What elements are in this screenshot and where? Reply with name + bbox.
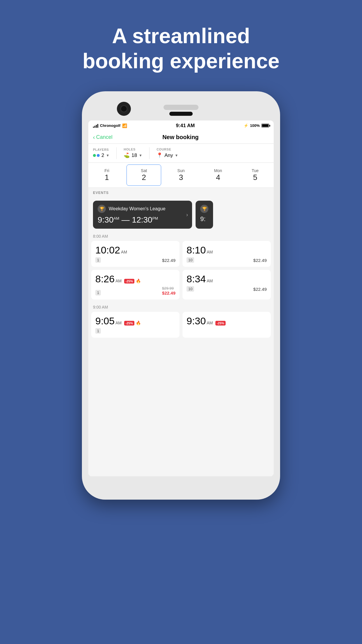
event-start-0: 9:30AM — 12:30PM xyxy=(98,215,158,224)
date-selector: Fri 1 Sat 2 Sun 3 Mon 4 Tue 5 xyxy=(88,163,274,188)
date-day-3: Mon xyxy=(214,168,222,173)
holes-dropdown-icon: ▼ xyxy=(139,153,142,158)
tee-card-4[interactable]: 9:05AM -25% 🔥 1 xyxy=(91,312,180,338)
trophy-icon-0: 🏆 xyxy=(98,205,106,213)
date-sat[interactable]: Sat 2 xyxy=(126,164,161,186)
event-time-range-0: 9:30AM — 12:30PM xyxy=(98,215,187,225)
tee-card-bottom-0: 1 $22.49 xyxy=(95,257,175,263)
holes-label: HOLES xyxy=(124,148,142,151)
date-day-4: Tue xyxy=(252,168,259,173)
tee-time-display-3: 8:34AM xyxy=(187,274,267,284)
date-mon[interactable]: Mon 4 xyxy=(201,164,236,186)
nav-bar: ‹ Cancel New booking xyxy=(88,131,274,144)
tee-times-container: 8:00 AM 10:02AM 1 $22.49 xyxy=(88,232,274,476)
tee-time-display-0: 10:02AM xyxy=(95,245,175,255)
cancel-button[interactable]: ‹ Cancel xyxy=(93,134,113,141)
page-title: New booking xyxy=(113,134,249,141)
status-right: ⚡ 100% xyxy=(244,123,269,128)
tee-card-bottom-3: 10 $22.49 xyxy=(187,286,267,292)
tee-price-group-2: $29.99 $22.49 xyxy=(162,286,175,295)
tee-card-5[interactable]: 9:30AM -25% xyxy=(182,312,271,338)
filter-divider-2 xyxy=(149,147,150,159)
signal-bar-1 xyxy=(93,127,94,128)
tee-spots-4: 1 xyxy=(95,328,101,334)
date-num-0: 1 xyxy=(105,173,109,182)
course-name: Any xyxy=(164,153,173,158)
date-day-0: Fri xyxy=(104,168,109,173)
tee-card-bottom-4: 1 xyxy=(95,328,175,334)
holes-value-row: ⛳ 18 ▼ xyxy=(124,152,142,158)
discount-badge-2: -25% xyxy=(124,279,135,284)
event-card-0[interactable]: 🏆 Weekday Women's League 9:30AM — 12:30P… xyxy=(93,201,192,229)
time-group-header-1: 9:00 AM xyxy=(88,302,274,312)
players-dots xyxy=(93,154,100,157)
discount-badge-4: -25% xyxy=(124,321,135,326)
tee-card-1[interactable]: 8:10AM 10 $22.49 xyxy=(182,241,271,267)
original-price-2: $29.99 xyxy=(162,286,175,290)
cancel-label: Cancel xyxy=(96,134,113,140)
tee-time-big-5: 9:30 xyxy=(187,315,206,326)
tee-card-3[interactable]: 8:34AM 10 $22.49 xyxy=(182,270,271,300)
players-filter[interactable]: PLAYERS 2 ▼ xyxy=(93,148,109,158)
players-value-row: 2 ▼ xyxy=(93,153,109,158)
course-value-row: 📍 Any ▼ xyxy=(157,152,178,158)
event-card-1[interactable]: 🏆 9: xyxy=(196,201,213,229)
tee-ampm-5: AM xyxy=(207,321,213,325)
tee-time-big-1: 8:10 xyxy=(187,244,206,256)
date-sun[interactable]: Sun 3 xyxy=(164,164,198,186)
event-title-row-0: 🏆 Weekday Women's League xyxy=(98,205,187,213)
tee-card-2[interactable]: 8:26AM -25% 🔥 1 $29.99 $22.49 xyxy=(91,270,180,300)
fire-icon-4: 🔥 xyxy=(136,321,141,325)
players-label: PLAYERS xyxy=(93,148,109,151)
discount-badge-5: -25% xyxy=(215,321,226,326)
tee-card-bottom-1: 10 $22.49 xyxy=(187,257,267,263)
tee-ampm-2: AM xyxy=(115,279,122,283)
tee-time-big-4: 9:05 xyxy=(95,315,115,326)
tee-ampm-3: AM xyxy=(207,279,213,283)
date-day-1: Sat xyxy=(141,168,147,173)
holes-filter[interactable]: HOLES ⛳ 18 ▼ xyxy=(124,148,142,158)
phone-screen: Chronogolf 📶 9:41 AM ⚡ 100% ‹ Cancel xyxy=(88,120,274,476)
date-fri[interactable]: Fri 1 xyxy=(89,164,124,186)
holes-count: 18 xyxy=(131,153,137,158)
tee-times-grid-1: 9:05AM -25% 🔥 1 9:30AM -25% xyxy=(88,312,274,341)
dot-blue xyxy=(97,154,100,157)
carrier-name: Chronogolf xyxy=(100,123,120,128)
date-num-1: 2 xyxy=(142,173,146,182)
tee-price-3: $22.49 xyxy=(253,287,267,292)
event-start-1: 9: xyxy=(200,215,208,223)
tee-price-1: $22.49 xyxy=(253,258,267,263)
tee-ampm-0: AM xyxy=(121,250,127,254)
course-dropdown-icon: ▼ xyxy=(175,153,178,158)
course-pin-icon: 📍 xyxy=(157,152,163,158)
sale-price-2: $22.49 xyxy=(162,290,175,295)
date-tue[interactable]: Tue 5 xyxy=(238,164,273,186)
tee-time-display-4: 9:05AM -25% 🔥 xyxy=(95,316,175,326)
hero-title: A streamlined booking experience xyxy=(50,23,312,74)
dot-green xyxy=(93,154,96,157)
signal-bar-3 xyxy=(96,125,97,128)
status-bar: Chronogolf 📶 9:41 AM ⚡ 100% xyxy=(88,120,274,131)
tee-card-0[interactable]: 10:02AM 1 $22.49 xyxy=(91,241,180,267)
date-num-3: 4 xyxy=(216,173,220,182)
status-time: 9:41 AM xyxy=(176,123,195,129)
players-count: 2 xyxy=(101,153,104,158)
time-group-header-0: 8:00 AM xyxy=(88,232,274,241)
filters-row: PLAYERS 2 ▼ HOLES ⛳ xyxy=(88,144,274,163)
tee-price-0: $22.49 xyxy=(162,258,175,263)
tee-time-display-2: 8:26AM -25% 🔥 xyxy=(95,274,175,284)
tee-ampm-1: AM xyxy=(207,250,213,254)
phone-speaker xyxy=(164,105,198,110)
wifi-icon: 📶 xyxy=(122,123,127,128)
golf-flag-icon: ⛳ xyxy=(124,152,130,158)
signal-bars xyxy=(93,124,98,128)
tee-ampm-4: AM xyxy=(115,321,122,325)
course-filter[interactable]: COURSE 📍 Any ▼ xyxy=(157,148,178,158)
tee-time-display-5: 9:30AM -25% xyxy=(187,316,267,326)
tee-card-bottom-2: 1 $29.99 $22.49 xyxy=(95,286,175,295)
signal-bar-4 xyxy=(97,124,98,128)
phone-earpiece xyxy=(169,112,193,116)
phone-camera xyxy=(117,102,131,116)
battery-icon xyxy=(261,124,269,127)
tee-time-big-2: 8:26 xyxy=(95,273,115,284)
